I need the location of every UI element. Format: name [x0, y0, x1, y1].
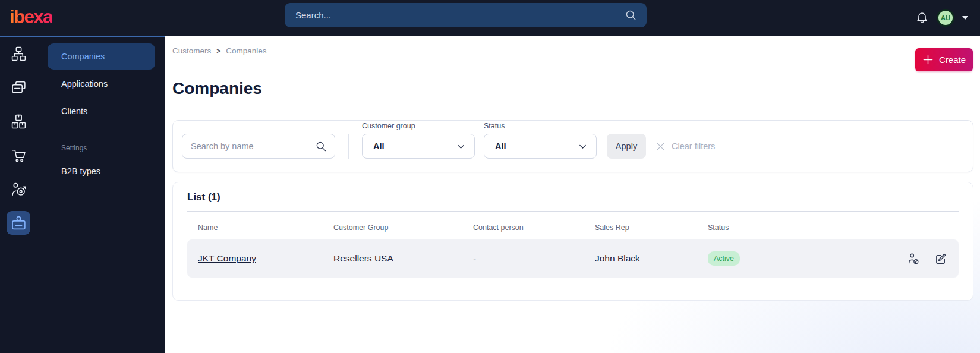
sidebar-item-b2b-types[interactable]: B2B types: [48, 158, 155, 184]
sidebar-rail-content-tree[interactable]: [7, 42, 30, 65]
customer-group-filter: Customer group All: [362, 122, 475, 159]
breadcrumb-companies[interactable]: Companies: [226, 46, 266, 55]
sidebar-item-clients[interactable]: Clients: [48, 98, 155, 124]
sidebar-icon-rail: [0, 37, 37, 353]
sidebar-item-label: B2B types: [61, 166, 100, 176]
apply-button[interactable]: Apply: [607, 134, 646, 159]
cart-icon: [11, 147, 27, 163]
avatar[interactable]: AU: [937, 9, 954, 27]
customer-group-value: All: [373, 141, 385, 151]
status-select[interactable]: All: [484, 134, 597, 159]
sidebar-item-label: Applications: [61, 79, 108, 89]
create-button-label: Create: [939, 55, 966, 65]
status-filter: Status All: [484, 122, 597, 159]
sidebar-item-applications[interactable]: Applications: [48, 71, 155, 97]
sidebar-section-settings: Settings: [37, 133, 165, 158]
row-actions: [894, 252, 948, 266]
sidebar-item-label: Clients: [61, 106, 87, 116]
sidebar-item-companies[interactable]: Companies: [48, 43, 155, 70]
chevron-down-icon[interactable]: [962, 16, 968, 20]
column-header-sales-rep: Sales Rep: [595, 223, 708, 232]
ibexa-logo: ibexa: [10, 6, 52, 28]
sidebar-rail-companies[interactable]: [7, 211, 30, 235]
list-divider: [187, 211, 959, 212]
page-title: Companies: [172, 79, 262, 98]
column-header-name: Name: [198, 223, 333, 232]
status-value: All: [495, 141, 506, 151]
table-row: JKT Company Resellers USA - John Black A…: [187, 239, 959, 278]
filter-bar: Customer group All Status All: [172, 120, 973, 172]
notifications-bell-icon[interactable]: [915, 11, 929, 25]
name-search-field[interactable]: [182, 134, 335, 159]
top-bar: ibexa AU: [0, 0, 980, 36]
companies-list: List (1) Name Customer Group Contact per…: [172, 182, 973, 301]
customer-segments-icon: [11, 181, 27, 197]
clear-filters-label: Clear filters: [672, 141, 715, 151]
breadcrumb-customers[interactable]: Customers: [172, 46, 211, 55]
search-icon[interactable]: [625, 9, 637, 21]
column-header-status: Status: [708, 223, 894, 232]
sidebar-rail-segments[interactable]: [7, 177, 30, 201]
chevron-down-icon: [456, 141, 466, 152]
edit-icon[interactable]: [934, 252, 948, 266]
chevron-down-icon: [578, 141, 588, 152]
sidebar-rail-applications[interactable]: [7, 75, 30, 99]
clear-filters-button[interactable]: Clear filters: [656, 134, 715, 159]
search-icon: [315, 140, 327, 152]
sidebar-rail-cart[interactable]: [7, 143, 30, 167]
applications-icon: [11, 80, 27, 96]
customer-group-cell: Resellers USA: [333, 253, 473, 264]
sidebar-rail-products[interactable]: [7, 109, 30, 133]
column-header-customer-group: Customer Group: [333, 223, 473, 232]
column-header-contact-person: Contact person: [473, 223, 595, 232]
column-header-actions: [894, 223, 948, 232]
global-search[interactable]: [285, 3, 647, 27]
name-search-input[interactable]: [182, 141, 315, 151]
sidebar-menu: Companies Applications Clients Settings …: [37, 37, 165, 353]
customer-group-label: Customer group: [362, 122, 475, 130]
companies-badge-icon: [11, 215, 27, 231]
sidebar: Companies Applications Clients Settings …: [0, 36, 165, 353]
topbar-right: AU: [915, 0, 968, 36]
global-search-input[interactable]: [285, 10, 625, 20]
filter-divider: [348, 134, 349, 159]
content-tree-icon: [11, 46, 27, 62]
contact-person-cell: -: [473, 253, 595, 264]
table-header-row: Name Customer Group Contact person Sales…: [187, 223, 959, 232]
sidebar-item-label: Companies: [61, 52, 105, 61]
create-button[interactable]: Create: [915, 48, 973, 71]
breadcrumb-separator: >: [216, 47, 220, 55]
list-title: List (1): [187, 191, 959, 203]
clear-x-icon: [656, 141, 666, 152]
plus-icon: [922, 54, 934, 65]
status-label: Status: [484, 122, 597, 130]
breadcrumb: Customers > Companies: [172, 46, 267, 55]
products-boxes-icon: [11, 114, 27, 130]
deactivate-user-icon[interactable]: [907, 252, 921, 266]
company-name-link[interactable]: JKT Company: [198, 253, 333, 264]
status-badge: Active: [708, 251, 740, 266]
main-content: Customers > Companies Create Companies C…: [165, 36, 980, 353]
sales-rep-cell: John Black: [595, 253, 708, 264]
customer-group-select[interactable]: All: [362, 134, 475, 159]
